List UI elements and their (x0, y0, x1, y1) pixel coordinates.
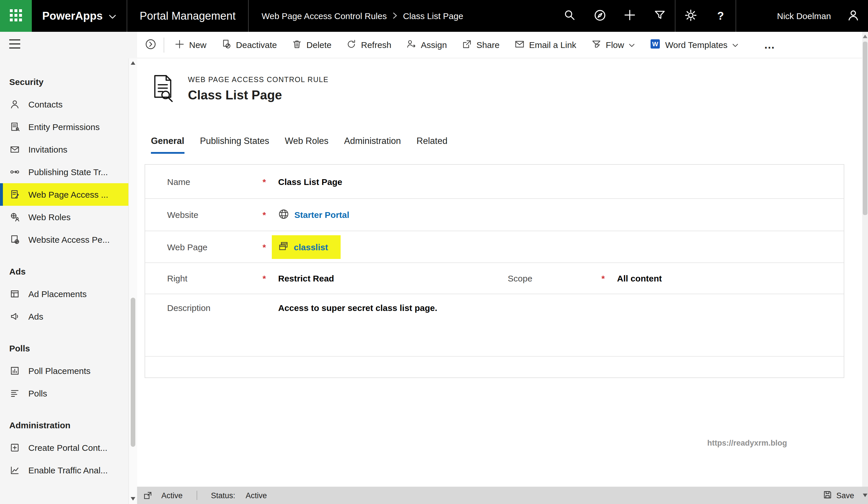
tab-general[interactable]: General (151, 136, 184, 154)
sidebar-item-contacts[interactable]: Contacts (0, 93, 128, 116)
field-value-name[interactable]: Class List Page (278, 177, 342, 186)
word-templates-label: Word Templates (665, 40, 727, 50)
plus-icon (624, 9, 636, 22)
sidebar-item-entity-permissions[interactable]: Entity Permissions (0, 116, 128, 138)
flow-button[interactable]: Flow (584, 32, 642, 58)
compass-button[interactable] (585, 0, 615, 32)
sidebar-item-label: Contacts (28, 99, 62, 109)
record-header-text: WEB PAGE ACCESS CONTROL RULE Class List … (188, 76, 329, 103)
expand-command-bar-button[interactable] (137, 32, 164, 58)
help-icon: ? (717, 10, 724, 22)
field-value-right[interactable]: Restrict Read (278, 273, 334, 283)
hamburger-icon (9, 42, 21, 51)
globe-icon (278, 208, 289, 221)
sitemap-nav: Security Contacts Entity Permissions Inv… (0, 59, 128, 504)
scroll-up-arrow-icon[interactable] (131, 61, 135, 65)
sidebar-item-web-roles[interactable]: Web Roles (0, 206, 128, 228)
field-label: Description (167, 303, 262, 313)
sidebar-item-poll-placements[interactable]: Poll Placements (0, 359, 128, 382)
required-marker: * (262, 177, 278, 186)
breadcrumb: Web Page Access Control Rules Class List… (249, 11, 476, 21)
waffle-icon (10, 9, 22, 23)
scroll-down-arrow-icon[interactable] (863, 494, 867, 497)
sidebar-item-create-portal-content[interactable]: Create Portal Cont... (0, 437, 128, 459)
record-title: Class List Page (188, 88, 329, 103)
person-icon (10, 99, 20, 109)
envelope-icon (515, 39, 525, 51)
status-value: Active (246, 491, 267, 500)
record-state: Active (161, 491, 183, 500)
help-button[interactable]: ? (705, 0, 736, 32)
sidebar-item-publishing-state-transitions[interactable]: Publishing State Tr... (0, 161, 128, 183)
person-icon (847, 9, 859, 23)
nav-section-polls: Polls (0, 336, 128, 359)
search-button[interactable] (555, 0, 585, 32)
new-button[interactable]: New (167, 32, 214, 58)
page-scrollbar[interactable] (862, 32, 868, 504)
required-marker: * (262, 210, 278, 220)
sidebar-item-invitations[interactable]: Invitations (0, 138, 128, 161)
new-label: New (189, 40, 206, 50)
app-switcher[interactable]: PowerApps (32, 10, 126, 22)
sidebar-item-ads[interactable]: Ads (0, 305, 128, 328)
app-root: PowerApps Portal Management Web Page Acc… (0, 0, 868, 504)
commandbar-divider (164, 37, 164, 52)
search-icon (564, 9, 575, 22)
record-header: WEB PAGE ACCESS CONTROL RULE Class List … (148, 73, 329, 105)
settings-button[interactable] (675, 0, 705, 32)
sidebar-item-web-page-access-control-rules[interactable]: Web Page Access ... (0, 183, 128, 206)
refresh-label: Refresh (361, 40, 392, 50)
deactivate-button[interactable]: Deactivate (214, 32, 285, 58)
quick-create-button[interactable] (615, 0, 645, 32)
waffle-menu-button[interactable] (0, 0, 32, 32)
refresh-button[interactable]: Refresh (339, 32, 399, 58)
email-link-button[interactable]: Email a Link (507, 32, 584, 58)
sidebar-scrollbar[interactable] (128, 59, 137, 504)
add-square-icon (10, 443, 20, 453)
tab-web-roles[interactable]: Web Roles (285, 136, 329, 154)
tab-related[interactable]: Related (417, 136, 447, 154)
field-label: Web Page (167, 242, 262, 252)
page-scrollbar-thumb[interactable] (863, 42, 867, 215)
website-lookup-link[interactable]: Starter Portal (278, 208, 349, 221)
assign-button[interactable]: Assign (399, 32, 455, 58)
sidebar-item-label: Ad Placements (28, 289, 87, 299)
more-commands-button[interactable]: … (756, 32, 784, 58)
word-icon: W (650, 39, 660, 51)
scroll-down-arrow-icon[interactable] (131, 497, 135, 501)
user-name[interactable]: Nick Doelman (766, 11, 838, 21)
hamburger-menu-button[interactable] (8, 38, 22, 52)
sidebar-item-label: Web Page Access ... (28, 190, 108, 199)
sidebar-scrollbar-thumb[interactable] (131, 298, 135, 447)
sidebar-item-polls[interactable]: Polls (0, 382, 128, 405)
breadcrumb-record: Class List Page (403, 11, 463, 21)
page-edit-icon (10, 190, 20, 199)
share-button[interactable]: Share (455, 32, 507, 58)
statusbar-divider (197, 491, 197, 500)
form-section: Name * Class List Page Website * Starter… (145, 164, 844, 378)
breadcrumb-entity-link[interactable]: Web Page Access Control Rules (262, 11, 387, 21)
word-templates-button[interactable]: W Word Templates (642, 32, 746, 58)
page-scrollbar-corner (862, 487, 868, 504)
main-content: WEB PAGE ACCESS CONTROL RULE Class List … (137, 59, 862, 487)
scroll-up-arrow-icon[interactable] (863, 35, 867, 38)
tab-publishing-states[interactable]: Publishing States (200, 136, 269, 154)
account-button[interactable] (838, 0, 868, 32)
flow-icon (591, 39, 601, 51)
popout-icon[interactable] (143, 491, 152, 500)
field-value-scope[interactable]: All content (617, 273, 662, 283)
sidebar-item-website-access-permissions[interactable]: Website Access Pe... (0, 228, 128, 251)
sidebar-item-enable-traffic-analysis[interactable]: Enable Traffic Anal... (0, 459, 128, 482)
webpage-lookup-link[interactable]: classlist (272, 235, 341, 259)
delete-button[interactable]: Delete (285, 32, 339, 58)
sidebar-item-ad-placements[interactable]: Ad Placements (0, 283, 128, 305)
field-value-description[interactable]: Access to super secret class list page. (278, 303, 437, 313)
save-label: Save (836, 491, 854, 500)
tab-administration[interactable]: Administration (344, 136, 401, 154)
sidebar-item-label: Poll Placements (28, 366, 91, 376)
save-button[interactable]: Save (823, 490, 862, 501)
filter-button[interactable] (645, 0, 675, 32)
chevron-down-icon (629, 40, 635, 50)
compass-icon (593, 9, 606, 23)
sidebar-item-label: Ads (28, 312, 43, 321)
